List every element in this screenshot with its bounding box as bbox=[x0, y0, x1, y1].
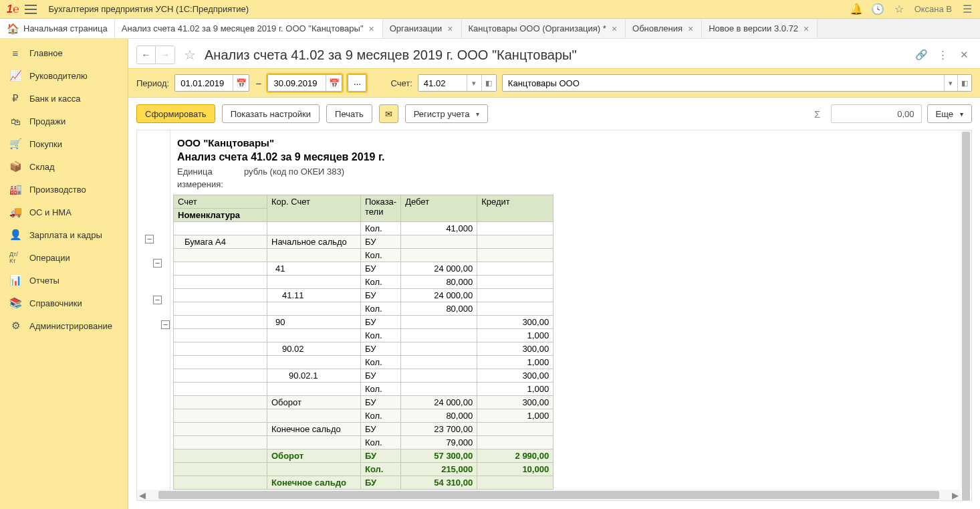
link-icon[interactable]: 🔗 bbox=[913, 47, 929, 63]
nav-forward-button[interactable]: → bbox=[156, 46, 174, 64]
sidebar-label: Справочники bbox=[29, 298, 82, 308]
sum-icon[interactable]: Σ bbox=[810, 106, 826, 122]
tab-close-icon[interactable]: × bbox=[802, 23, 810, 34]
sidebar-icon: ≡ bbox=[9, 47, 21, 59]
show-settings-button[interactable]: Показать настройки bbox=[222, 104, 320, 123]
report-table: Счет Кор. Счет Показа-тели Дебет Кредит … bbox=[173, 195, 554, 500]
sidebar-item[interactable]: 🛒Покупки bbox=[0, 132, 128, 155]
period-picker-button[interactable]: ... bbox=[348, 74, 366, 92]
sidebar-item[interactable]: ₽Банк и касса bbox=[0, 87, 128, 110]
report-header: ООО "Канцтовары" Анализ счета 41.02 за 9… bbox=[173, 136, 971, 191]
sidebar-icon: ₽ bbox=[9, 92, 21, 104]
date-dash: – bbox=[255, 78, 262, 88]
tree-collapse-icon[interactable]: – bbox=[153, 259, 162, 268]
chevron-down-icon: ▾ bbox=[476, 110, 479, 118]
date-from-input[interactable]: 📅 bbox=[174, 74, 249, 92]
print-button[interactable]: Печать bbox=[326, 104, 372, 123]
sidebar-item[interactable]: 🛍Продажи bbox=[0, 110, 128, 132]
history-icon[interactable]: 🕓 bbox=[872, 3, 884, 15]
sidebar-item[interactable]: ⚙Администрирование bbox=[0, 314, 128, 337]
mail-button[interactable]: ✉ bbox=[379, 104, 398, 123]
sidebar-label: Банк и касса bbox=[29, 94, 81, 104]
tab-close-icon[interactable]: × bbox=[687, 23, 695, 34]
tab-item[interactable]: Канцтовары ООО (Организация) *× bbox=[462, 19, 626, 38]
menu-icon[interactable] bbox=[25, 5, 37, 14]
tree-collapse-icon[interactable]: – bbox=[161, 320, 170, 329]
bell-icon[interactable]: 🔔 bbox=[850, 3, 862, 15]
scroll-right-icon[interactable]: ▶ bbox=[950, 490, 961, 500]
table-total-row: Конечное сальдоБУ54 310,00 bbox=[174, 476, 554, 489]
sidebar-label: Производство bbox=[29, 185, 86, 195]
account-dd-icon[interactable]: ▾ bbox=[467, 75, 481, 91]
sidebar-item[interactable]: 📈Руководителю bbox=[0, 64, 128, 87]
tab-close-icon[interactable]: × bbox=[446, 23, 454, 34]
organization-field[interactable] bbox=[503, 75, 944, 91]
table-row: Кол.41,000 bbox=[174, 221, 554, 235]
user-name[interactable]: Оксана В bbox=[914, 4, 952, 14]
sidebar-label: Склад bbox=[29, 162, 55, 172]
scroll-left-icon[interactable]: ◀ bbox=[137, 490, 148, 500]
date-to-field[interactable] bbox=[268, 75, 326, 91]
tab-label: Обновления bbox=[632, 23, 683, 33]
tree-collapse-icon[interactable]: – bbox=[153, 296, 162, 304]
home-icon: 🏠 bbox=[7, 23, 19, 35]
org-dd-icon[interactable]: ▾ bbox=[944, 75, 958, 91]
vertical-scrollbar[interactable] bbox=[961, 130, 971, 488]
register-button[interactable]: Регистр учета▾ bbox=[405, 104, 489, 123]
col-debit: Дебет bbox=[401, 195, 477, 221]
form-report-button[interactable]: Сформировать bbox=[136, 104, 215, 123]
sidebar-item[interactable]: 📚Справочники bbox=[0, 292, 128, 314]
organization-select[interactable]: ▾ ◧ bbox=[502, 74, 972, 92]
account-label: Счет: bbox=[390, 78, 412, 88]
account-open-icon[interactable]: ◧ bbox=[481, 75, 496, 91]
tab-item[interactable]: Новое в версии 3.0.72× bbox=[702, 19, 818, 38]
logo-1c-icon: 1℮ bbox=[7, 3, 19, 15]
sidebar-icon: ⚙ bbox=[9, 320, 21, 332]
sidebar-item[interactable]: 🏭Производство bbox=[0, 178, 128, 201]
org-open-icon[interactable]: ◧ bbox=[957, 75, 971, 91]
account-select[interactable]: ▾ ◧ bbox=[418, 74, 497, 92]
sidebar-item[interactable]: 📊Отчеты bbox=[0, 269, 128, 292]
sidebar-icon: 📈 bbox=[9, 70, 21, 82]
sidebar-icon: 🏭 bbox=[9, 183, 21, 195]
sidebar-item[interactable]: 📦Склад bbox=[0, 155, 128, 178]
filter-row: Период: 📅 – 📅 ... Счет: ▾ ◧ ▾ ◧ bbox=[128, 68, 980, 98]
sidebar-item[interactable]: 🚚ОС и НМА bbox=[0, 201, 128, 223]
calendar-to-icon[interactable]: 📅 bbox=[326, 75, 342, 91]
nav-back-button[interactable]: ← bbox=[137, 46, 156, 64]
sidebar-icon: 🛍 bbox=[9, 115, 21, 127]
table-row: 41.11БУ24 000,00 bbox=[174, 288, 554, 302]
report-body[interactable]: ООО "Канцтовары" Анализ счета 41.02 за 9… bbox=[170, 130, 971, 500]
more-button[interactable]: Еще▾ bbox=[927, 104, 972, 123]
tab-item[interactable]: Организации× bbox=[383, 19, 462, 38]
sidebar-item[interactable]: Дт/КтОперации bbox=[0, 246, 128, 269]
date-to-input[interactable]: 📅 bbox=[267, 74, 342, 92]
favorite-button[interactable]: ☆ bbox=[180, 45, 199, 64]
sidebar-item[interactable]: 👤Зарплата и кадры bbox=[0, 223, 128, 246]
horizontal-scrollbar[interactable]: ◀ ▶ bbox=[137, 490, 961, 500]
tab-home[interactable]: 🏠 Начальная страница bbox=[0, 19, 115, 38]
report-title: Анализ счета 41.02 за 9 месяцев 2019 г. bbox=[177, 150, 971, 165]
tab-item[interactable]: Обновления× bbox=[626, 19, 702, 38]
table-total-row: ОборотБУ57 300,002 990,00 bbox=[174, 449, 554, 462]
close-panel-icon[interactable]: ✕ bbox=[956, 47, 972, 63]
col-account: Счет bbox=[174, 195, 267, 208]
table-row: Кол.1,000 bbox=[174, 355, 554, 369]
table-row: Бумага А4Начальное сальдоБУ bbox=[174, 235, 554, 248]
window-controls-icon[interactable]: ☰ bbox=[961, 3, 973, 15]
sidebar-item[interactable]: ≡Главное bbox=[0, 41, 128, 64]
tree-collapse-icon[interactable]: – bbox=[145, 235, 154, 243]
calendar-from-icon[interactable]: 📅 bbox=[233, 75, 249, 91]
tab-label: Канцтовары ООО (Организация) * bbox=[469, 23, 606, 33]
account-field[interactable] bbox=[418, 75, 467, 91]
sidebar: ≡Главное📈Руководителю₽Банк и касса🛍Прода… bbox=[0, 39, 128, 509]
date-from-field[interactable] bbox=[175, 75, 233, 91]
tab-item[interactable]: Анализ счета 41.02 за 9 месяцев 2019 г. … bbox=[115, 19, 383, 38]
star-icon[interactable]: ☆ bbox=[893, 3, 905, 15]
table-row: ОборотБУ24 000,00300,00 bbox=[174, 395, 554, 409]
sidebar-label: Зарплата и кадры bbox=[29, 230, 102, 240]
menu-dots-icon[interactable]: ⋮ bbox=[935, 47, 951, 63]
table-row: Кол.80,000 bbox=[174, 275, 554, 288]
tab-close-icon[interactable]: × bbox=[368, 23, 376, 34]
tab-close-icon[interactable]: × bbox=[610, 23, 618, 34]
